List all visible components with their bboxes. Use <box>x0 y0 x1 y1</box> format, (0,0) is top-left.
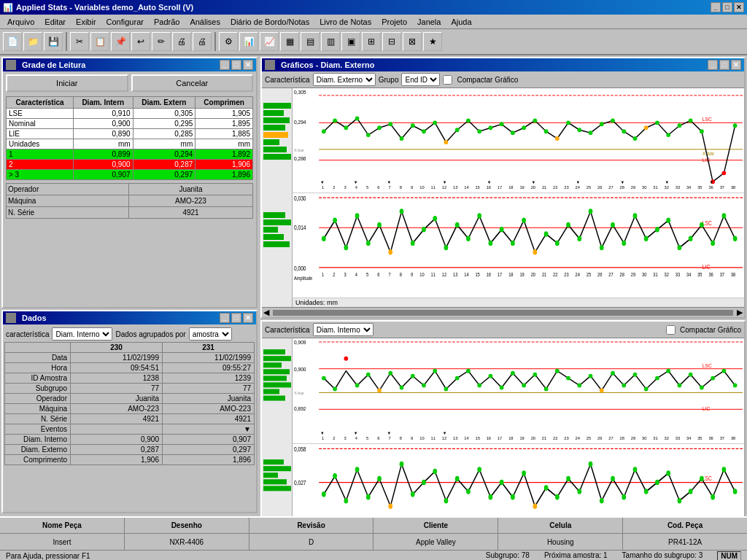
print2-button[interactable]: 🖨 <box>193 32 212 51</box>
sub-v1: 77 <box>71 384 163 394</box>
row-gt3-v2: 0,297 <box>133 170 196 180</box>
chart1-scroll-left[interactable]: ◀ <box>262 306 271 319</box>
svg-point-335 <box>644 489 649 494</box>
chart1-maximize[interactable]: □ <box>719 60 729 70</box>
cut-button[interactable]: ✂ <box>70 32 89 51</box>
draw-button[interactable]: ✏ <box>152 32 171 51</box>
svg-point-128 <box>433 216 437 221</box>
svg-point-57 <box>700 129 704 133</box>
print-button[interactable]: 🖨 <box>172 32 191 51</box>
maximize-button[interactable]: □ <box>722 2 732 12</box>
row-gt3-v3: 1,896 <box>196 170 253 180</box>
copy-button[interactable]: 📋 <box>90 32 109 51</box>
save-button[interactable]: 💾 <box>44 32 63 51</box>
open-button[interactable]: 📁 <box>23 32 42 51</box>
tool11-button[interactable]: ★ <box>423 32 442 51</box>
grade-close[interactable]: ✕ <box>243 60 253 70</box>
dados-col-label <box>5 343 71 353</box>
dados-maximize[interactable]: □ <box>231 313 241 323</box>
minimize-button[interactable]: _ <box>711 2 721 12</box>
chart2-car-label: Característica <box>265 326 310 334</box>
svg-text:0,909: 0,909 <box>294 340 306 345</box>
tool6-button[interactable]: ▥ <box>321 32 340 51</box>
tool4-button[interactable]: ▦ <box>280 32 299 51</box>
menu-projeto[interactable]: Projeto <box>377 16 411 28</box>
new-button[interactable]: 📄 <box>3 32 22 51</box>
title-bar: 📊 Applied Stats - Variables demo_Auto Sc… <box>0 0 747 15</box>
agrupados-select[interactable]: amostra <box>189 327 232 341</box>
svg-text:0,030: 0,030 <box>294 195 306 202</box>
comp-v2: 1,896 <box>163 455 255 465</box>
chart2-car-select[interactable]: Diam. Interno <box>313 323 374 336</box>
menu-padrao[interactable]: Padrão <box>150 16 184 28</box>
dados-table: 230 231 Data11/02/199911/02/1999 Hora09:… <box>4 342 255 465</box>
num-status: NUM <box>717 551 741 560</box>
grade-minimize[interactable]: _ <box>220 60 230 70</box>
chart1-scroll-thumb[interactable] <box>273 310 733 316</box>
chart1-compact-check[interactable] <box>443 75 452 85</box>
menu-exibir[interactable]: Exibir <box>71 16 101 28</box>
chart2-compact-check[interactable] <box>666 325 676 335</box>
svg-text:4: 4 <box>355 185 358 190</box>
svg-text:8: 8 <box>400 272 402 278</box>
chart1-minimize[interactable]: _ <box>708 60 718 70</box>
caracteristica-select[interactable]: Diam. Interno <box>52 327 112 341</box>
ns-label: N. Série <box>5 414 71 424</box>
menu-livro[interactable]: Livro de Notas <box>315 16 376 28</box>
svg-text:▼: ▼ <box>576 180 581 184</box>
tool3-button[interactable]: 📈 <box>260 32 279 51</box>
menu-analises[interactable]: Análises <box>185 16 225 28</box>
svg-text:LSC: LSC <box>703 475 712 482</box>
dados-close[interactable]: ✕ <box>243 313 253 323</box>
svg-point-134 <box>500 227 504 232</box>
svg-point-239 <box>566 376 570 381</box>
chart1-window: Gráficos - Diam. Externo _ □ ✕ Caracterí… <box>260 57 746 319</box>
svg-point-232 <box>489 374 493 378</box>
svg-point-40 <box>511 131 515 135</box>
col-comprimen: Comprimen <box>196 97 253 109</box>
chart1-car-select[interactable]: Diam. Externo <box>313 73 376 86</box>
svg-rect-11 <box>263 234 284 240</box>
tool7-button[interactable]: ▣ <box>341 32 360 51</box>
close-button[interactable]: ✕ <box>734 2 744 12</box>
svg-point-42 <box>533 118 537 122</box>
menu-ajuda[interactable]: Ajuda <box>446 16 476 28</box>
tool8-button[interactable]: ⊞ <box>362 32 381 51</box>
svg-point-24 <box>333 118 337 122</box>
chart1-grupo-select[interactable]: End ID <box>401 73 440 86</box>
tool9-button[interactable]: ⊟ <box>382 32 401 51</box>
svg-point-121 <box>355 213 360 218</box>
tool1-button[interactable]: ⚙ <box>219 32 238 51</box>
row-2-v3: 1,906 <box>196 160 253 170</box>
menu-arquivo[interactable]: Arquivo <box>3 16 39 28</box>
chart1-close[interactable]: ✕ <box>731 60 741 70</box>
svg-text:27: 27 <box>608 272 614 278</box>
iniciar-button[interactable]: Iniciar <box>6 74 128 92</box>
chart1-scrollbar[interactable]: ◀ ▶ <box>262 307 744 317</box>
menu-editar[interactable]: Editar <box>40 16 70 28</box>
chart1-xbar-svg: 0,305 0,294 0,286 LSC LIC X-bar <box>293 88 744 192</box>
grade-title-bar: Grade de Leitura _ □ ✕ <box>3 58 256 71</box>
grade-title: Grade de Leitura <box>22 61 85 69</box>
svg-text:6: 6 <box>377 272 379 278</box>
cancelar-button[interactable]: Cancelar <box>131 74 254 92</box>
menu-diario[interactable]: Diário de Bordo/Notas <box>226 16 314 28</box>
menu-configurar[interactable]: Configurar <box>102 16 148 28</box>
nserie-value: 4921 <box>129 207 253 219</box>
svg-text:▼: ▼ <box>354 431 358 435</box>
chart1-scroll-right[interactable]: ▶ <box>735 306 744 319</box>
comp-v1: 1,906 <box>71 455 163 465</box>
tool5-button[interactable]: ▤ <box>301 32 320 51</box>
tool2-button[interactable]: 📊 <box>239 32 258 51</box>
row-unidades-v2: mm <box>133 139 196 149</box>
tool10-button[interactable]: ⊠ <box>403 32 422 51</box>
dados-minimize[interactable]: _ <box>220 313 230 323</box>
svg-point-231 <box>477 384 481 388</box>
undo-button[interactable]: ↩ <box>131 32 150 51</box>
maq-v1: AMO-223 <box>71 404 163 414</box>
paste-button[interactable]: 📌 <box>111 32 130 51</box>
svg-rect-199 <box>263 376 287 381</box>
menu-janela[interactable]: Janela <box>413 16 445 28</box>
grade-maximize[interactable]: □ <box>231 60 241 70</box>
row-lie-v1: 0,890 <box>74 129 133 139</box>
